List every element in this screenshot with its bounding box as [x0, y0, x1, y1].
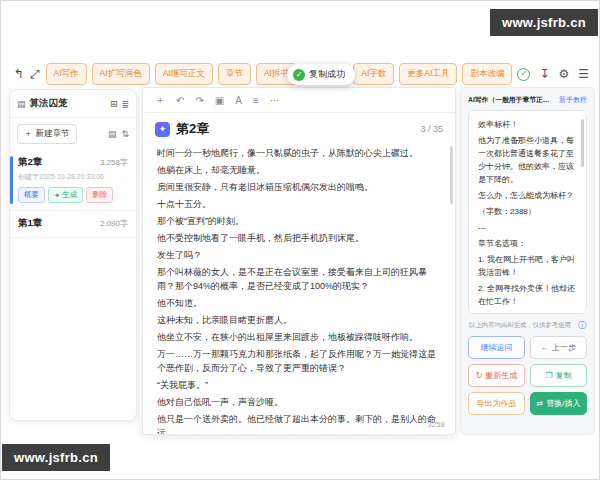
regenerate-button[interactable]: ↻ 重新生成	[468, 364, 525, 387]
menu-icon[interactable]: ☰	[578, 67, 589, 81]
ai-expand-polish-button[interactable]: AI扩写润色	[92, 63, 150, 85]
summary-tag-button[interactable]: 概要	[18, 187, 45, 203]
tutorial-link[interactable]: 新手教程	[559, 95, 587, 105]
chapter-word-count: 3,258字	[100, 157, 128, 168]
ai-disclaimer-row: 以上内容均由AI生成，仅供参考使用 ⓘ	[469, 320, 586, 331]
watermark-top: www.jsfrb.cn	[490, 9, 598, 36]
more-ai-tools-button[interactable]: 更多AI工具	[399, 63, 457, 85]
ai-panel-buttons: 继续追问 ← 上一步 ↻ 重新生成 ❐ 复制 导出为作品 ⇄ 替换/插入	[468, 336, 587, 415]
chapter-word-count: 2,090字	[100, 218, 128, 229]
new-chapter-label: 新建章节	[36, 128, 70, 140]
toast-label: 复制成功	[309, 68, 345, 81]
ai-line: ---	[478, 221, 576, 234]
add-icon[interactable]: ＋	[155, 93, 165, 107]
page-indicator: 3 / 35	[420, 124, 443, 134]
chapter-created-date: 创建于2025-10-28 20:33:06	[18, 172, 128, 182]
chapter-heading: 第2章	[176, 120, 209, 138]
info-icon[interactable]: ⓘ	[578, 320, 586, 331]
paragraph: 万一……万一那颗巧克力和那张纸条，起了反作用呢？万一她觉得这是个恶作剧，反而分了…	[157, 347, 441, 375]
paragraph: 房间里很安静，只有老旧冰箱压缩机偶尔发出的嗡鸣。	[157, 180, 441, 194]
grid-view-icon[interactable]: ⊞	[110, 99, 118, 109]
chapter-title: 第2章	[18, 156, 42, 169]
editor-content[interactable]: 时间一分一秒地爬行，像一只黏腻的虫子，从陈默的心尖上碾过。 他躺在床上，却毫无睡…	[143, 143, 455, 435]
ai-disclaimer: 以上内容均由AI生成，仅供参考使用	[469, 321, 571, 330]
redo-icon[interactable]: ↷	[195, 95, 203, 106]
ai-card-scrollbar[interactable]	[581, 119, 584, 167]
undo-icon[interactable]: ↶	[176, 95, 184, 106]
ai-line: 1. 我在网上开书吧，客户叫我活雷锋！	[478, 253, 576, 279]
chapter-button[interactable]: 章节	[218, 63, 251, 85]
word-count-badge: 3258	[427, 420, 445, 429]
paragraph: 发生了吗？	[157, 248, 441, 262]
book-title: 算法囚笼	[30, 97, 68, 110]
bullets-icon[interactable]: ≡	[253, 95, 259, 106]
paragraph: 他对自己低吼一声，声音沙哑。	[157, 395, 441, 409]
sparkle-icon: ✦	[54, 191, 60, 200]
paragraph: 他躺在床上，却毫无睡意。	[157, 163, 441, 177]
sort-icon[interactable]: ⇅	[121, 129, 129, 139]
ai-continue-button[interactable]: AI继写正文	[155, 63, 213, 85]
chapter-title: 第1章	[18, 217, 42, 230]
regenerate-label: 重新生成	[485, 370, 517, 381]
sidebar-actions: ＋ 新建章节 ▤ ⇅	[10, 118, 136, 150]
ai-writing-panel: AI写作（一般用于章节正文写作） 新手教程 效率标杆！ 他为了准备那些小道具，每…	[460, 87, 595, 435]
editor-scrollbar[interactable]	[450, 146, 453, 204]
paragraph: 他不知道。	[157, 296, 441, 310]
paragraph: 这种未知，比亲眼目睹更折磨人。	[157, 313, 441, 327]
toolbar-right-icons: ✓ ↧ ⚙ ☰	[517, 67, 589, 81]
new-chapter-button[interactable]: ＋ 新建章节	[17, 124, 77, 144]
paragraph: 十点十五分。	[157, 197, 441, 211]
toc-icon[interactable]: ▤	[17, 99, 26, 109]
filter-icon[interactable]: ▤	[108, 129, 117, 139]
editor-title-row: ✦ 第2章 3 / 35	[143, 113, 455, 143]
swap-icon: ⇄	[537, 399, 544, 408]
ai-panel-header: AI写作（一般用于章节正文写作） 新手教程	[468, 95, 587, 105]
export-as-work-button[interactable]: 导出为作品	[468, 392, 525, 415]
gear-icon[interactable]: ⚙	[558, 67, 569, 81]
previous-step-button[interactable]: ← 上一步	[530, 336, 587, 359]
copy-icon: ❐	[545, 371, 552, 380]
ai-word-count-button[interactable]: AI字数	[353, 63, 394, 85]
ai-line: 他为了准备那些小道具，每一次都比普通送餐多花了至少十分钟。他的效率，应该是下降的…	[478, 134, 576, 186]
download-icon[interactable]: ↧	[539, 67, 549, 81]
replace-insert-button[interactable]: ⇄ 替换/插入	[530, 392, 587, 415]
arrow-left-icon: ←	[541, 343, 549, 352]
chapter-item-1[interactable]: 第1章 2,090字	[10, 211, 136, 238]
chapter-tags: 概要 ✦ 生成 删除	[18, 187, 128, 203]
ai-line: （字数：2388）	[478, 205, 576, 218]
copy-label: 复制	[556, 370, 572, 381]
image-icon[interactable]: ▣	[215, 95, 224, 106]
document-editor: ＋ ↶ ↷ ▣ A ≡ ⋯ ✦ 第2章 3 / 35 时间一分一秒地爬行，像一只…	[142, 87, 456, 435]
sidebar-header: ▤ 算法囚笼 ⊞ ≣	[10, 90, 136, 118]
continue-ask-button[interactable]: 继续追问	[468, 336, 525, 359]
ai-line: 效率标杆！	[478, 118, 576, 131]
saved-check-icon[interactable]: ✓	[517, 68, 530, 81]
list-view-icon[interactable]: ≣	[121, 99, 129, 109]
ai-line: 2. 全网寻找外卖侠！他却还在忙工作！	[478, 282, 576, 308]
paragraph: 那个叫林薇的女人，是不是正在会议室里，接受着来自上司的狂风暴雨？那个94%的概率…	[157, 265, 441, 293]
paragraph: 他坐立不安，在狭小的出租屋里来回踱步，地板被踩得吱呀作响。	[157, 330, 441, 344]
expand-icon[interactable]: ⤢	[29, 67, 40, 81]
refresh-icon: ↻	[476, 371, 483, 380]
generate-tag-label: 生成	[62, 190, 77, 200]
ai-line: 3. 系统警告：你的行善效率太高，已成为BUG！	[478, 311, 576, 314]
script-adapt-button[interactable]: 剧本改编	[462, 63, 512, 85]
back-icon[interactable]: ↰	[13, 67, 24, 81]
paragraph: 时间一分一秒地爬行，像一只黏腻的虫子，从陈默的心尖上碾过。	[157, 146, 441, 160]
generate-tag-button[interactable]: ✦ 生成	[48, 187, 83, 203]
chapter-item-2[interactable]: 第2章 3,258字 创建于2025-10-28 20:33:06 概要 ✦ 生…	[10, 150, 136, 211]
delete-tag-button[interactable]: 删除	[86, 187, 113, 203]
editor-toolbar: ＋ ↶ ↷ ▣ A ≡ ⋯	[143, 88, 455, 113]
plus-icon: ＋	[24, 128, 33, 140]
copy-button[interactable]: ❐ 复制	[530, 364, 587, 387]
paragraph: “关我屁事。”	[157, 378, 441, 392]
ai-line: 怎么办，怎么能成为标杆？	[478, 189, 576, 202]
font-icon[interactable]: A	[235, 95, 242, 106]
paragraph: 那个被“宣判”的时刻。	[157, 214, 441, 228]
paragraph: 他只是一个送外卖的。他已经做了超出本分的事。剩下的，是别人的命运。	[157, 412, 441, 435]
chapter-sidebar: ▤ 算法囚笼 ⊞ ≣ ＋ 新建章节 ▤ ⇅ 第2章 3,258字 创建于2025…	[9, 89, 137, 421]
ai-write-button[interactable]: AI写作	[46, 63, 87, 85]
more-icon[interactable]: ⋯	[270, 95, 280, 106]
ai-assistant-icon[interactable]: ✦	[155, 122, 170, 137]
copy-success-toast: ✓ 复制成功	[287, 64, 355, 85]
